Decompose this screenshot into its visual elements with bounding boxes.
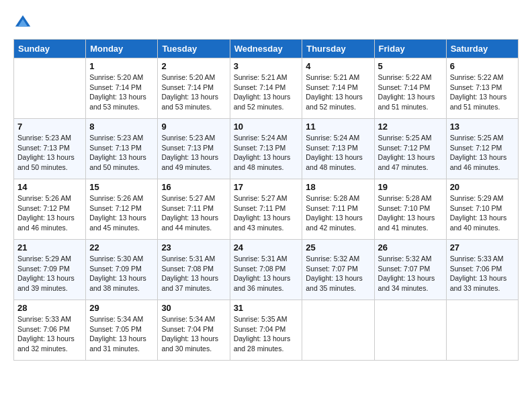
week-row-3: 14 Sunrise: 5:26 AMSunset: 7:12 PMDaylig… xyxy=(14,179,519,240)
day-number: 4 xyxy=(306,61,370,71)
day-cell: 1 Sunrise: 5:20 AMSunset: 7:14 PMDayligh… xyxy=(86,58,158,119)
day-cell: 27 Sunrise: 5:33 AMSunset: 7:06 PMDaylig… xyxy=(446,240,518,300)
day-number: 9 xyxy=(161,122,226,132)
day-cell xyxy=(446,300,518,361)
day-cell: 18 Sunrise: 5:28 AMSunset: 7:11 PMDaylig… xyxy=(302,179,374,240)
day-info: Sunrise: 5:34 AMSunset: 7:05 PMDaylight:… xyxy=(89,315,146,353)
day-number: 23 xyxy=(161,242,226,253)
column-header-saturday: Saturday xyxy=(446,40,518,58)
day-cell: 28 Sunrise: 5:33 AMSunset: 7:06 PMDaylig… xyxy=(14,300,86,361)
day-info: Sunrise: 5:27 AMSunset: 7:11 PMDaylight:… xyxy=(234,194,291,232)
day-number: 24 xyxy=(234,242,299,253)
day-number: 6 xyxy=(450,61,515,71)
day-number: 18 xyxy=(306,182,370,192)
calendar-header-row: SundayMondayTuesdayWednesdayThursdayFrid… xyxy=(14,40,519,58)
day-info: Sunrise: 5:25 AMSunset: 7:12 PMDaylight:… xyxy=(378,134,435,171)
day-number: 10 xyxy=(234,122,299,132)
day-cell: 22 Sunrise: 5:30 AMSunset: 7:09 PMDaylig… xyxy=(86,240,158,300)
day-cell: 24 Sunrise: 5:31 AMSunset: 7:08 PMDaylig… xyxy=(230,240,302,300)
column-header-sunday: Sunday xyxy=(14,40,86,58)
day-info: Sunrise: 5:31 AMSunset: 7:08 PMDaylight:… xyxy=(161,255,218,292)
day-info: Sunrise: 5:35 AMSunset: 7:04 PMDaylight:… xyxy=(234,315,291,353)
column-header-friday: Friday xyxy=(374,40,446,58)
day-number: 1 xyxy=(89,61,154,71)
day-info: Sunrise: 5:32 AMSunset: 7:07 PMDaylight:… xyxy=(378,255,435,292)
day-info: Sunrise: 5:20 AMSunset: 7:14 PMDaylight:… xyxy=(161,73,218,111)
day-info: Sunrise: 5:23 AMSunset: 7:13 PMDaylight:… xyxy=(17,134,75,171)
day-cell xyxy=(374,300,446,361)
day-cell: 30 Sunrise: 5:34 AMSunset: 7:04 PMDaylig… xyxy=(158,300,230,361)
day-info: Sunrise: 5:21 AMSunset: 7:14 PMDaylight:… xyxy=(234,73,291,111)
day-info: Sunrise: 5:28 AMSunset: 7:10 PMDaylight:… xyxy=(378,194,435,232)
day-number: 20 xyxy=(450,182,515,192)
logo-icon xyxy=(13,13,32,32)
day-cell xyxy=(14,58,86,119)
day-info: Sunrise: 5:31 AMSunset: 7:08 PMDaylight:… xyxy=(234,255,291,292)
week-row-5: 28 Sunrise: 5:33 AMSunset: 7:06 PMDaylig… xyxy=(14,300,519,361)
day-info: Sunrise: 5:24 AMSunset: 7:13 PMDaylight:… xyxy=(306,134,363,171)
day-info: Sunrise: 5:29 AMSunset: 7:09 PMDaylight:… xyxy=(17,255,75,292)
day-cell: 16 Sunrise: 5:27 AMSunset: 7:11 PMDaylig… xyxy=(158,179,230,240)
day-number: 15 xyxy=(89,182,154,192)
day-number: 31 xyxy=(234,303,299,313)
day-number: 28 xyxy=(17,303,82,313)
day-number: 7 xyxy=(17,122,82,132)
day-cell: 21 Sunrise: 5:29 AMSunset: 7:09 PMDaylig… xyxy=(14,240,86,300)
day-info: Sunrise: 5:24 AMSunset: 7:13 PMDaylight:… xyxy=(234,134,291,171)
day-cell: 19 Sunrise: 5:28 AMSunset: 7:10 PMDaylig… xyxy=(374,179,446,240)
day-cell: 12 Sunrise: 5:25 AMSunset: 7:12 PMDaylig… xyxy=(374,119,446,179)
week-row-2: 7 Sunrise: 5:23 AMSunset: 7:13 PMDayligh… xyxy=(14,119,519,179)
day-info: Sunrise: 5:21 AMSunset: 7:14 PMDaylight:… xyxy=(306,73,363,111)
day-number: 8 xyxy=(89,122,154,132)
day-number: 3 xyxy=(234,61,299,71)
day-cell: 23 Sunrise: 5:31 AMSunset: 7:08 PMDaylig… xyxy=(158,240,230,300)
day-number: 30 xyxy=(161,303,226,313)
day-cell xyxy=(302,300,374,361)
column-header-monday: Monday xyxy=(86,40,158,58)
day-number: 19 xyxy=(378,182,443,192)
day-cell: 8 Sunrise: 5:23 AMSunset: 7:13 PMDayligh… xyxy=(86,119,158,179)
day-cell: 5 Sunrise: 5:22 AMSunset: 7:14 PMDayligh… xyxy=(374,58,446,119)
day-number: 25 xyxy=(306,242,370,253)
logo xyxy=(13,13,35,32)
day-cell: 14 Sunrise: 5:26 AMSunset: 7:12 PMDaylig… xyxy=(14,179,86,240)
day-number: 29 xyxy=(89,303,154,313)
day-info: Sunrise: 5:33 AMSunset: 7:06 PMDaylight:… xyxy=(450,255,507,292)
day-info: Sunrise: 5:28 AMSunset: 7:11 PMDaylight:… xyxy=(306,194,363,232)
day-info: Sunrise: 5:26 AMSunset: 7:12 PMDaylight:… xyxy=(89,194,146,232)
day-number: 26 xyxy=(378,242,443,253)
day-cell: 25 Sunrise: 5:32 AMSunset: 7:07 PMDaylig… xyxy=(302,240,374,300)
day-cell: 3 Sunrise: 5:21 AMSunset: 7:14 PMDayligh… xyxy=(230,58,302,119)
day-info: Sunrise: 5:27 AMSunset: 7:11 PMDaylight:… xyxy=(161,194,218,232)
day-number: 13 xyxy=(450,122,515,132)
day-cell: 4 Sunrise: 5:21 AMSunset: 7:14 PMDayligh… xyxy=(302,58,374,119)
day-cell: 13 Sunrise: 5:25 AMSunset: 7:12 PMDaylig… xyxy=(446,119,518,179)
day-number: 11 xyxy=(306,122,370,132)
day-number: 16 xyxy=(161,182,226,192)
day-cell: 10 Sunrise: 5:24 AMSunset: 7:13 PMDaylig… xyxy=(230,119,302,179)
day-cell: 31 Sunrise: 5:35 AMSunset: 7:04 PMDaylig… xyxy=(230,300,302,361)
day-number: 2 xyxy=(161,61,226,71)
day-number: 22 xyxy=(89,242,154,253)
column-header-wednesday: Wednesday xyxy=(230,40,302,58)
day-cell: 11 Sunrise: 5:24 AMSunset: 7:13 PMDaylig… xyxy=(302,119,374,179)
day-number: 14 xyxy=(17,182,82,192)
column-header-tuesday: Tuesday xyxy=(158,40,230,58)
day-number: 5 xyxy=(378,61,443,71)
day-cell: 7 Sunrise: 5:23 AMSunset: 7:13 PMDayligh… xyxy=(14,119,86,179)
day-cell: 29 Sunrise: 5:34 AMSunset: 7:05 PMDaylig… xyxy=(86,300,158,361)
day-cell: 15 Sunrise: 5:26 AMSunset: 7:12 PMDaylig… xyxy=(86,179,158,240)
day-number: 27 xyxy=(450,242,515,253)
day-cell: 2 Sunrise: 5:20 AMSunset: 7:14 PMDayligh… xyxy=(158,58,230,119)
day-info: Sunrise: 5:30 AMSunset: 7:09 PMDaylight:… xyxy=(89,255,146,292)
week-row-4: 21 Sunrise: 5:29 AMSunset: 7:09 PMDaylig… xyxy=(14,240,519,300)
day-cell: 17 Sunrise: 5:27 AMSunset: 7:11 PMDaylig… xyxy=(230,179,302,240)
day-info: Sunrise: 5:29 AMSunset: 7:10 PMDaylight:… xyxy=(450,194,507,232)
day-info: Sunrise: 5:23 AMSunset: 7:13 PMDaylight:… xyxy=(161,134,218,171)
day-info: Sunrise: 5:26 AMSunset: 7:12 PMDaylight:… xyxy=(17,194,75,232)
day-info: Sunrise: 5:22 AMSunset: 7:14 PMDaylight:… xyxy=(378,73,435,111)
day-info: Sunrise: 5:23 AMSunset: 7:13 PMDaylight:… xyxy=(89,134,146,171)
day-info: Sunrise: 5:32 AMSunset: 7:07 PMDaylight:… xyxy=(306,255,363,292)
week-row-1: 1 Sunrise: 5:20 AMSunset: 7:14 PMDayligh… xyxy=(14,58,519,119)
day-info: Sunrise: 5:25 AMSunset: 7:12 PMDaylight:… xyxy=(450,134,507,171)
